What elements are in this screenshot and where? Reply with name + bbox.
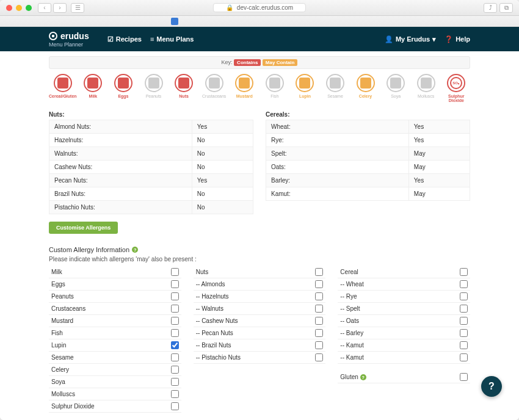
checkbox[interactable] <box>171 268 179 276</box>
allergen-nuts[interactable]: Nuts <box>170 74 198 103</box>
allergen-eggs[interactable]: Eggs <box>109 74 137 103</box>
allergen-sesame[interactable]: Sesame <box>321 74 349 103</box>
table-row: Pistachio Nuts:No <box>49 201 253 214</box>
allergen-check-eggs: Eggs <box>49 278 181 291</box>
checkbox[interactable] <box>171 402 179 410</box>
nav-user[interactable]: 👤My Erudus▾ <box>385 35 436 43</box>
allergen-check-spelt: Spelt <box>338 303 470 315</box>
checkbox[interactable] <box>171 366 179 374</box>
allergen-check-brazil-nuts: Brazil Nuts <box>194 339 326 352</box>
help-fab[interactable]: ? <box>481 376 502 397</box>
forward-button[interactable]: › <box>53 3 67 13</box>
allergen-check-kamut: Kamut <box>338 352 470 364</box>
maximize-icon[interactable] <box>26 5 32 11</box>
allergen-check-cashew-nuts: Cashew Nuts <box>194 315 326 327</box>
checkbox[interactable] <box>460 280 468 288</box>
app-navbar: erudus Menu Planner ☑Recipes ≡Menu Plans… <box>0 27 519 51</box>
gluten-row: Gluten ? <box>338 371 470 383</box>
allergen-mustard[interactable]: Mustard <box>230 74 258 103</box>
allergen-check-crustaceans: Crustaceans <box>49 303 181 315</box>
table-row: Oats:May <box>266 161 470 174</box>
checkbox[interactable] <box>460 317 468 325</box>
allergen-check-oats: Oats <box>338 315 470 327</box>
share-icon[interactable]: ⤴ <box>484 3 497 13</box>
menu-plans-icon: ≡ <box>150 35 154 43</box>
help-icon[interactable]: ? <box>360 374 366 380</box>
allergen-lupin[interactable]: Lupin <box>291 74 319 103</box>
allergen-check-pecan-nuts: Pecan Nuts <box>194 327 326 339</box>
table-row: Barley:Yes <box>266 174 470 187</box>
allergen-cereal-gluten[interactable]: Cereal/Gluten <box>49 74 77 103</box>
brand-logo[interactable]: erudus <box>49 31 89 41</box>
checkbox[interactable] <box>460 341 468 349</box>
checkbox[interactable] <box>460 353 468 361</box>
custom-prompt: Please indicate which allergens 'may' al… <box>49 256 470 262</box>
allergen-molluscs[interactable]: Molluscs <box>412 74 440 103</box>
allergen-check-mustard: Mustard <box>49 315 181 327</box>
checkbox[interactable] <box>460 305 468 313</box>
allergen-milk[interactable]: Milk <box>79 74 107 103</box>
checkbox[interactable] <box>460 329 468 337</box>
allergen-soya[interactable]: Soya <box>382 74 410 103</box>
address-bar[interactable]: 🔒 dev-calc.erudus.com <box>213 3 306 12</box>
brand-subtitle: Menu Planner <box>49 42 89 48</box>
allergen-check-kamut: Kamut <box>338 339 470 352</box>
table-row: Spelt:May <box>266 147 470 161</box>
nav-menu-plans[interactable]: ≡Menu Plans <box>150 35 194 43</box>
checkbox[interactable] <box>460 292 468 300</box>
checkbox[interactable] <box>171 378 179 386</box>
tabs-icon[interactable]: ⧉ <box>499 3 513 13</box>
checkbox[interactable] <box>315 292 323 300</box>
url-text: dev-calc.erudus.com <box>237 4 293 11</box>
checkbox[interactable] <box>171 317 179 325</box>
allergen-fish[interactable]: Fish <box>261 74 289 103</box>
checkbox[interactable] <box>315 317 323 325</box>
bookmark-bar <box>0 16 519 27</box>
checkbox[interactable] <box>171 341 179 349</box>
checkbox[interactable] <box>315 353 323 361</box>
checkbox[interactable] <box>171 305 179 313</box>
bookmark-icon[interactable] <box>171 18 178 25</box>
customise-allergens-button[interactable]: Customise Allergens <box>49 222 118 234</box>
gluten-checkbox[interactable] <box>460 373 468 381</box>
allergen-check-molluscs: Molluscs <box>49 388 181 400</box>
minimize-icon[interactable] <box>16 5 22 11</box>
close-icon[interactable] <box>6 5 12 11</box>
allergen-icon-row: Cereal/GlutenMilkEggsPeanutsNutsCrustace… <box>49 74 470 103</box>
key-contains: Contains <box>234 59 261 66</box>
allergen-crustaceans[interactable]: Crustaceans <box>200 74 228 103</box>
checkbox[interactable] <box>171 329 179 337</box>
allergen-check-wheat: Wheat <box>338 278 470 291</box>
custom-col-1: MilkEggsPeanutsCrustaceansMustardFishLup… <box>49 266 181 413</box>
lock-icon: 🔒 <box>226 4 233 11</box>
nav-help[interactable]: ❓Help <box>445 35 470 43</box>
checkbox[interactable] <box>171 292 179 300</box>
checkbox[interactable] <box>460 268 468 276</box>
back-button[interactable]: ‹ <box>38 3 51 13</box>
sidebar-icon[interactable]: ☰ <box>71 3 84 13</box>
checkbox[interactable] <box>315 268 323 276</box>
checkbox[interactable] <box>315 341 323 349</box>
nav-recipes[interactable]: ☑Recipes <box>107 35 142 43</box>
window-controls[interactable] <box>6 5 32 11</box>
checkbox[interactable] <box>171 390 179 398</box>
checkbox[interactable] <box>315 280 323 288</box>
cereals-table: Wheat:YesRye:YesSpelt:MayOats:MayBarley:… <box>266 120 470 201</box>
allergen-check-nuts: Nuts <box>194 266 326 278</box>
allergen-check-sulphur-dioxide: Sulphur Dioxide <box>49 400 181 413</box>
help-icon: ❓ <box>445 35 453 43</box>
allergen-check-lupin: Lupin <box>49 339 181 352</box>
checkbox[interactable] <box>171 280 179 288</box>
logo-icon <box>49 32 57 40</box>
checkbox[interactable] <box>171 353 179 361</box>
table-row: Hazelnuts:No <box>49 134 253 147</box>
allergen-sulphur-dioxide[interactable]: Sulphur Dioxide <box>443 74 471 103</box>
allergen-celery[interactable]: Celery <box>352 74 380 103</box>
checkbox[interactable] <box>315 329 323 337</box>
help-icon[interactable]: ? <box>132 247 138 253</box>
custom-col-3: CerealWheatRyeSpeltOatsBarleyKamutKamut … <box>338 266 470 413</box>
checkbox[interactable] <box>315 305 323 313</box>
allergen-check-fish: Fish <box>49 327 181 339</box>
allergen-peanuts[interactable]: Peanuts <box>140 74 168 103</box>
table-row: Rye:Yes <box>266 134 470 147</box>
